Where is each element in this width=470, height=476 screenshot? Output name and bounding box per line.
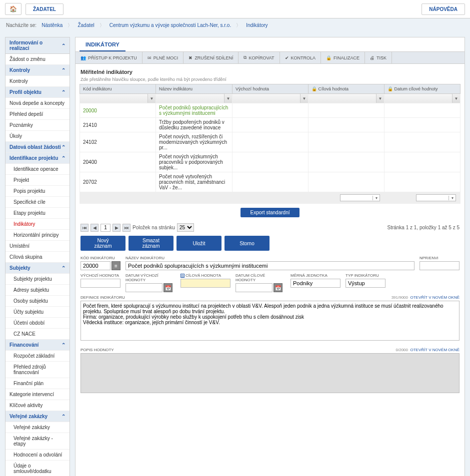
sidebar-item[interactable]: Účty subjektu (6, 307, 70, 318)
col-start[interactable]: Výchozí hodnota (232, 84, 308, 94)
pager-first[interactable]: ⏮ (80, 224, 88, 232)
tool-access[interactable]: 👥PŘÍSTUP K PROJEKTU (76, 52, 142, 63)
desc-open-link[interactable]: Otevřít v novém okně (410, 348, 460, 352)
col-date[interactable]: 🔒 Datum cílové hodnoty (384, 84, 460, 94)
pager-page[interactable] (100, 224, 110, 232)
sidebar-item-indicators[interactable]: Indikátory (6, 219, 70, 230)
sidebar-item[interactable]: Klíčové aktivity (6, 400, 70, 411)
save-button[interactable]: Uložit (176, 236, 222, 251)
table-row[interactable]: 20400Počet nových výzkumných pracovníků … (80, 152, 460, 172)
col-target[interactable]: 🔒 Cílová hodnota (308, 84, 384, 94)
sidebar-item[interactable]: Žádost o změnu (6, 54, 70, 65)
pager-last[interactable]: ⏭ (122, 224, 130, 232)
tool-power[interactable]: ✉PLNÉ MOCI (142, 52, 184, 63)
filter-target[interactable] (308, 94, 376, 103)
col-code[interactable]: Kód indikátoru (80, 84, 156, 94)
input-target-date[interactable] (236, 283, 272, 292)
calendar-icon[interactable]: 📅 (164, 283, 172, 292)
filter-code[interactable] (80, 94, 148, 103)
input-code[interactable] (80, 261, 110, 270)
sidebar-item[interactable]: Popis projektu (6, 186, 70, 197)
tool-cancel-share[interactable]: ✖ZRUŠENÍ SDÍLENÍ (184, 52, 238, 63)
breadcrumb-item[interactable]: Žadatel (74, 21, 97, 29)
table-row[interactable]: 21410Tržby podpořených podniků v důsledk… (80, 118, 460, 132)
def-open-link[interactable]: Otevřít v novém okně (410, 295, 460, 300)
sidebar-item[interactable]: Veřejné zakázky (6, 422, 70, 433)
home-button[interactable]: 🏠 (5, 3, 22, 15)
sidebar-item[interactable]: Veřejné zakázky - etapy (6, 433, 70, 450)
cancel-button[interactable]: Storno (224, 236, 270, 251)
filter-icon[interactable]: ▼ (148, 94, 156, 103)
pager-next[interactable]: ▶ (112, 224, 120, 232)
sidebar-section[interactable]: Datová oblast žádosti⌃ (6, 142, 70, 153)
sidebar-item[interactable]: Subjekty projektu (6, 274, 70, 285)
breadcrumb-item[interactable]: Indikátory (243, 21, 270, 29)
sidebar-item[interactable]: Etapy projektu (6, 208, 70, 219)
calendar-icon[interactable]: 📅 (274, 283, 282, 292)
filter-icon[interactable]: ▼ (376, 94, 384, 103)
footer-select[interactable]: ▾ (340, 194, 380, 201)
sidebar-item[interactable]: Projekt (6, 175, 70, 186)
sidebar-item[interactable]: Údaje o smlouvě/dodatku (6, 461, 70, 476)
sidebar-item[interactable]: Přehled zdrojů financování (6, 362, 70, 378)
applicant-button[interactable]: ŽADATEL (26, 3, 64, 15)
sidebar-item[interactable]: Úkoly (6, 131, 70, 142)
sidebar-item[interactable]: Horizontální principy (6, 230, 70, 241)
help-button[interactable]: NÁPOVĚDA (422, 3, 465, 15)
sidebar-item[interactable]: Cílová skupina (6, 252, 70, 263)
sidebar-item[interactable]: Finanční plán (6, 378, 70, 389)
filter-name[interactable] (156, 94, 224, 103)
sidebar-item[interactable]: Umístění (6, 241, 70, 252)
sidebar-item[interactable]: Účetní období (6, 318, 70, 329)
input-npr (420, 261, 460, 270)
sidebar-subsection[interactable]: Financování⌃ (6, 340, 70, 351)
sidebar-section[interactable]: Informování o realizaci⌃ (6, 37, 70, 54)
filter-start[interactable] (232, 94, 300, 103)
sidebar-subsection[interactable]: Identifikace projektu⌃ (6, 153, 70, 164)
sidebar-item[interactable]: Specifické cíle (6, 197, 70, 208)
check-icon: ✔ (285, 55, 289, 60)
filter-date[interactable] (384, 94, 452, 103)
lookup-icon[interactable]: ≡ (112, 261, 120, 270)
breadcrumb-item[interactable]: Nástěnka (38, 21, 66, 29)
tool-copy[interactable]: ⧉KOPÍROVAT (238, 52, 280, 63)
filter-icon[interactable]: ▼ (300, 94, 308, 103)
sidebar-item[interactable]: Nová depeše a koncepty (6, 98, 70, 109)
textarea-description[interactable] (80, 353, 460, 393)
input-target-value[interactable] (180, 279, 230, 288)
footer-select[interactable]: ▾ (416, 194, 456, 201)
new-record-button[interactable]: Nový záznam (80, 236, 126, 251)
table-row[interactable]: 24102Počet nových, rozšířených či modern… (80, 132, 460, 152)
sidebar-item[interactable]: Rozpočet základní (6, 351, 70, 362)
label-start: VÝCHOZÍ HODNOTA (80, 273, 120, 278)
sidebar-item[interactable]: Kontroly (6, 76, 70, 87)
label-target-date: DATUM CÍLOVÉ HODNOTY (236, 273, 286, 282)
sidebar-subsection[interactable]: Veřejné zakázky⌃ (6, 411, 70, 422)
sidebar-item[interactable]: Poznámky (6, 120, 70, 131)
table-row[interactable]: 20000Počet podniků spolupracujících s vý… (80, 103, 460, 118)
sidebar-item[interactable]: Osoby subjektu (6, 296, 70, 307)
filter-icon[interactable]: ▼ (224, 94, 232, 103)
sidebar-subsection[interactable]: Subjekty⌃ (6, 263, 70, 274)
tool-finalize[interactable]: 🔒FINALIZACE (321, 52, 365, 63)
sidebar-section[interactable]: Kontroly⌃ (6, 65, 70, 76)
tool-check[interactable]: ✔KONTROLA (280, 52, 322, 63)
input-start-value[interactable] (80, 279, 120, 288)
table-row[interactable]: 20702Počet nově vytvořených pracovních m… (80, 172, 460, 192)
input-start-date[interactable] (126, 283, 162, 292)
pager-prev[interactable]: ◀ (90, 224, 98, 232)
pager-perpage[interactable]: 25 (177, 223, 194, 232)
col-name[interactable]: Název indikátoru (156, 84, 232, 94)
sidebar-item[interactable]: CZ NACE (6, 329, 70, 340)
sidebar-item[interactable]: Adresy subjektu (6, 285, 70, 296)
export-button[interactable]: Export standardní (240, 208, 300, 217)
sidebar-item[interactable]: Přehled depeší (6, 109, 70, 120)
sidebar-section[interactable]: Profil objektu⌃ (6, 87, 70, 98)
breadcrumb-item[interactable]: Centrum výzkumu a vývoje společnosti Lac… (106, 21, 234, 29)
sidebar-item[interactable]: Identifikace operace (6, 164, 70, 175)
sidebar-item[interactable]: Hodnocení a odvolání (6, 450, 70, 461)
filter-icon[interactable]: ▼ (452, 94, 460, 103)
delete-record-button[interactable]: Smazat záznam (128, 236, 174, 251)
tool-print[interactable]: 🖨TISK (365, 52, 392, 63)
sidebar-item[interactable]: Kategorie intervencí (6, 389, 70, 400)
